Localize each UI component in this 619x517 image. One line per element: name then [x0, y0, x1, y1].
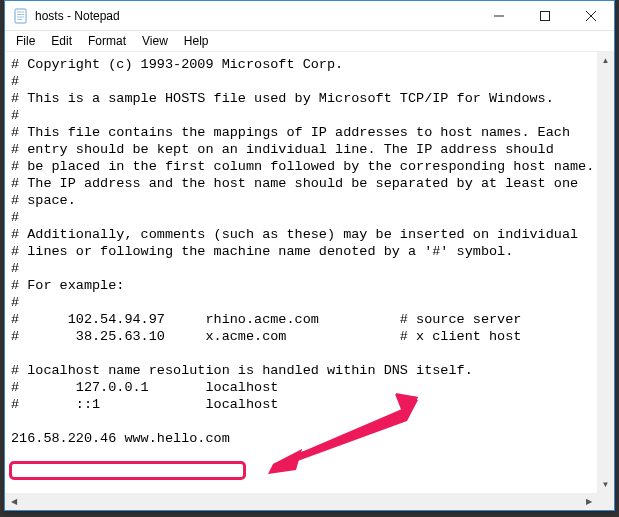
minimize-button[interactable]: [476, 1, 522, 30]
svg-rect-0: [15, 9, 26, 23]
menu-view[interactable]: View: [135, 33, 175, 49]
menu-file[interactable]: File: [9, 33, 42, 49]
titlebar[interactable]: hosts - Notepad: [5, 1, 614, 31]
svg-rect-6: [541, 11, 550, 20]
menu-help[interactable]: Help: [177, 33, 216, 49]
menubar: File Edit Format View Help: [5, 31, 614, 51]
menu-format[interactable]: Format: [81, 33, 133, 49]
scroll-right-icon[interactable]: ▶: [580, 493, 597, 510]
window-controls: [476, 1, 614, 30]
menu-edit[interactable]: Edit: [44, 33, 79, 49]
horizontal-scrollbar[interactable]: ◀ ▶: [5, 493, 597, 510]
vertical-scrollbar[interactable]: ▲ ▼: [597, 52, 614, 493]
notepad-window: hosts - Notepad File Edit Format View He…: [4, 0, 615, 511]
editor-area: # Copyright (c) 1993-2009 Microsoft Corp…: [5, 51, 614, 510]
scroll-down-icon[interactable]: ▼: [597, 476, 614, 493]
window-title: hosts - Notepad: [35, 9, 476, 23]
scroll-left-icon[interactable]: ◀: [5, 493, 22, 510]
close-button[interactable]: [568, 1, 614, 30]
maximize-button[interactable]: [522, 1, 568, 30]
notepad-icon: [13, 8, 29, 24]
scroll-up-icon[interactable]: ▲: [597, 52, 614, 69]
text-editor[interactable]: # Copyright (c) 1993-2009 Microsoft Corp…: [5, 52, 614, 510]
scrollbar-corner: [597, 493, 614, 510]
